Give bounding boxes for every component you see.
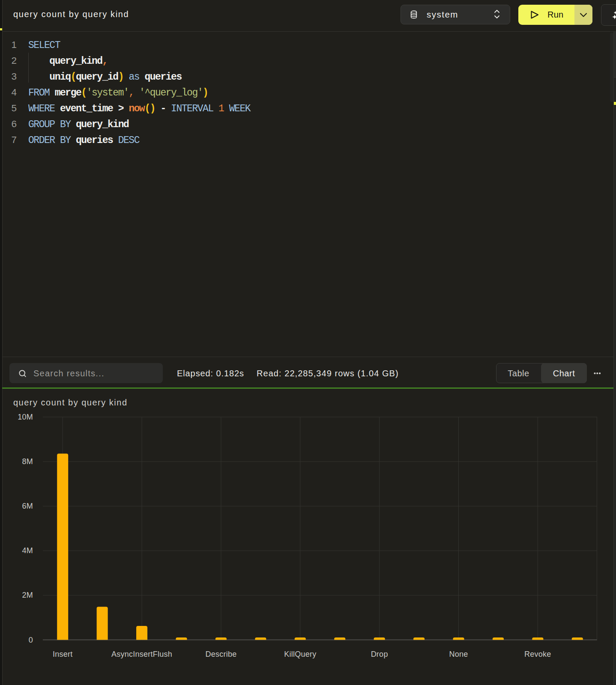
svg-text:6M: 6M: [22, 502, 33, 510]
svg-text:Insert: Insert: [53, 650, 73, 658]
svg-text:AsyncInsertFlush: AsyncInsertFlush: [111, 650, 172, 658]
svg-text:8M: 8M: [22, 457, 33, 466]
svg-text:10M: 10M: [18, 413, 33, 421]
svg-text:0: 0: [29, 636, 33, 644]
svg-text:Drop: Drop: [371, 650, 388, 658]
svg-text:2M: 2M: [22, 591, 33, 599]
svg-text:4M: 4M: [22, 546, 33, 555]
svg-text:Describe: Describe: [205, 650, 236, 658]
svg-text:KillQuery: KillQuery: [284, 650, 316, 658]
svg-text:None: None: [449, 650, 468, 658]
svg-text:Revoke: Revoke: [524, 650, 551, 658]
